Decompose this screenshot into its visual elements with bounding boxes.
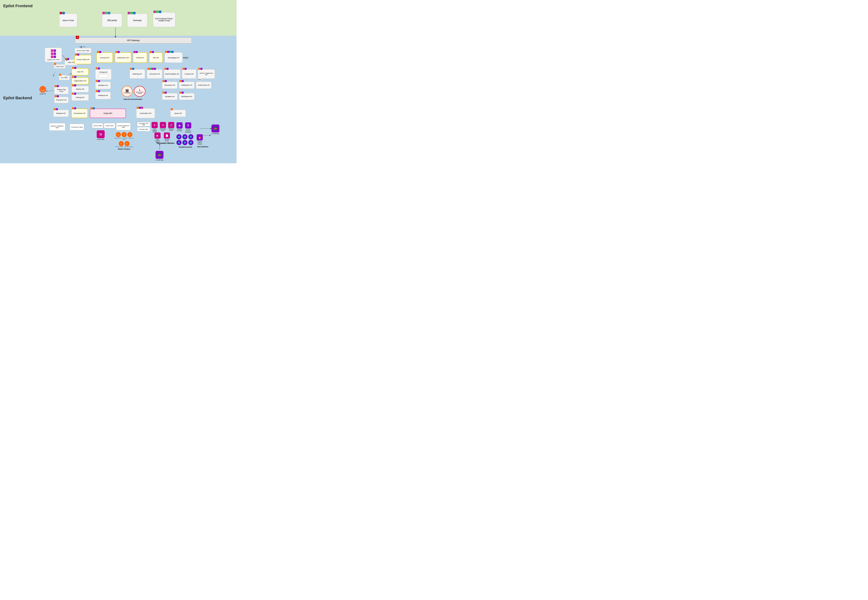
- cognito-user-pools-box[interactable]: ◉ ● ◉ ● ◉ ● Cognito User Pools: [45, 48, 62, 62]
- iam-lambda-box[interactable]: λ IAM (Lambda Invoke): [134, 86, 145, 97]
- elastic-clusters-group: e e e entity-prod-pmi entity-prod entity…: [113, 132, 135, 150]
- sharing-api-box[interactable]: ▲ ● Sharing API: [71, 94, 89, 101]
- discussion-api-box[interactable]: ▲ ● Discussion API: [162, 82, 177, 89]
- user-table-box[interactable]: ▲ User Table: [59, 75, 70, 80]
- end-customer-portal-box[interactable]: ◉ ◼ ⚙ End Customer Portal / Installer Po…: [153, 12, 175, 27]
- eventbridge-internal-box[interactable]: 🌉 EventBridge: [122, 86, 132, 97]
- webhook-api-box[interactable]: ▲ ● Webhook API: [95, 92, 111, 99]
- frontend-label: Epilot Frontend: [3, 4, 33, 8]
- access-token-api-box[interactable]: ▲ ● Access Token API: [74, 55, 92, 64]
- portal-api-box[interactable]: ◉ ● Portal API: [133, 52, 147, 63]
- ses-label: SES: [184, 57, 188, 59]
- diagram-container: Epilot Frontend Epilot Backend ▲ ⚙ Admin…: [0, 0, 236, 163]
- backend-label: Epilot Backend: [3, 95, 32, 100]
- partner-api-box[interactable]: ▲ ● Partner API: [71, 86, 89, 92]
- document-api-box[interactable]: ▲ ◼ ◉ ● Document API: [147, 69, 162, 79]
- file-api-box[interactable]: ▲ ● File API: [149, 52, 163, 63]
- eventbridge-bottom-area: 🌉 EventBridge: [156, 151, 163, 161]
- journeys-box[interactable]: ◉ ◼ ⚙ Journeys: [127, 14, 147, 27]
- eventbridge-data-pipeline-area: 🌉 EventBridge: [212, 124, 219, 135]
- automation-api-box[interactable]: ▲ ● ◉ Automation API: [136, 108, 155, 118]
- workflow-api-box[interactable]: ▲ ● Workflow API: [95, 82, 111, 89]
- org-api-box[interactable]: ▲ ● Organization API: [71, 77, 89, 85]
- cognito-label: Cognito User Pools: [47, 59, 59, 61]
- gitlab-api-area: 🦊 Gitlab API: [39, 86, 46, 95]
- api-gateway-box[interactable]: H API Gateway: [75, 37, 192, 44]
- email-templates-api-box[interactable]: ▲ ● Email Templates API: [164, 69, 180, 79]
- entity-api-box[interactable]: ▲ ◎ Entity API: [90, 109, 126, 118]
- blueprint-api-box[interactable]: ▲ ● Blueprint API: [53, 110, 69, 117]
- schema-table-box[interactable]: Schema Table: [92, 123, 103, 128]
- feature-flag-proxy-box[interactable]: ▲ ● Feature Flag Proxy: [54, 86, 68, 94]
- cognito-sync-box[interactable]: ▲ Cognito Sync: [54, 64, 65, 68]
- pricing-api-box[interactable]: ▲ ● Pricing API: [95, 69, 112, 80]
- authorizer-label: Authorizer: [79, 46, 86, 47]
- cluster-assignment-table-box[interactable]: Cluster Assignment Table: [116, 123, 131, 130]
- activity-table-box[interactable]: Activity Table: [104, 123, 115, 128]
- permissions-api-box[interactable]: ▲ ● Permissions API: [71, 109, 88, 118]
- variables-api-box[interactable]: ▲ ● Variables API: [162, 93, 177, 100]
- user-api-box[interactable]: ▲ ● User API: [71, 68, 89, 76]
- access-tokens-table-box[interactable]: Access Tokens Table: [75, 48, 91, 53]
- metering-api-box[interactable]: ▲ ◎ Metering API: [130, 69, 145, 79]
- notification-api-box[interactable]: ▲ ● Notification API: [179, 82, 195, 89]
- pricing-tier-api-box[interactable]: ▲ ● Pricing Tier API: [54, 97, 68, 103]
- entity-table-area: ⊞ Entity Table: [97, 130, 104, 140]
- query-api-box[interactable]: ▲ Query API: [170, 110, 186, 117]
- consent-api-box[interactable]: ▲ ● Consent API: [182, 69, 196, 79]
- address-suggestions-api-box[interactable]: ▲ ● Address Suggestions API: [198, 69, 215, 79]
- credit-check-api-box[interactable]: schufa Credit Check API: [196, 82, 212, 89]
- blueprint-installations-table[interactable]: Blueprint Installations Table: [49, 123, 65, 131]
- permissions-table-box[interactable]: Permissions Table: [70, 124, 84, 130]
- portal-360-box[interactable]: ◉ ◼ ⚡ 360 portal: [102, 14, 122, 27]
- dashboard-api-box[interactable]: ▲ ● Dashboard API: [179, 93, 195, 100]
- submission-api-box[interactable]: ▲ ● Submission API: [115, 52, 132, 63]
- journey-api-box[interactable]: ▲ ● Journey API: [96, 52, 113, 63]
- messaging-api-box[interactable]: ▲ ● ◼ ⚙ Messaging API: [165, 52, 183, 63]
- admin-portal-box[interactable]: ▲ ⚙ Admin Portal: [59, 14, 77, 27]
- internal-communication-label: Internal Communication: [118, 98, 148, 100]
